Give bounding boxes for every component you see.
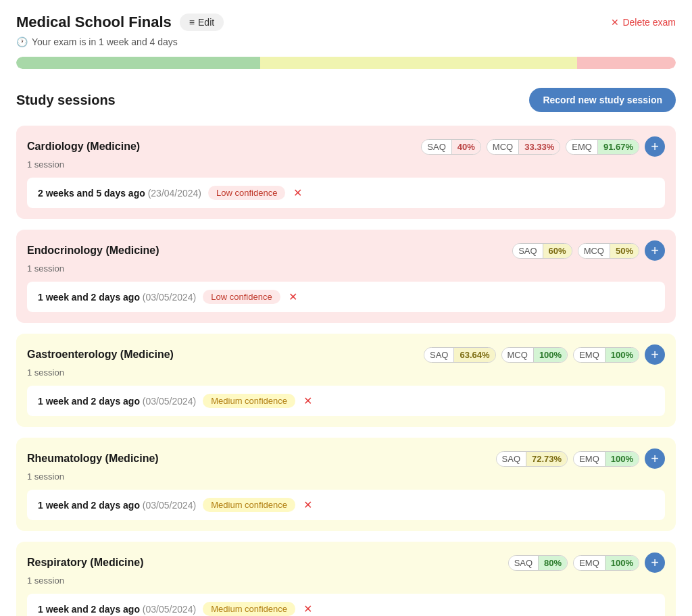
progress-pink (577, 57, 676, 69)
edit-button[interactable]: ≡ Edit (180, 14, 224, 31)
badge-label-0-2: EMQ (566, 140, 597, 154)
session-date-1-0: 1 week and 2 days ago (03/05/2024) (38, 292, 196, 303)
add-session-button-1[interactable]: + (645, 240, 665, 261)
sessions-title: Study sessions (16, 93, 116, 108)
remove-session-button-4-0[interactable]: ✕ (303, 602, 312, 615)
record-session-button[interactable]: Record new study session (529, 88, 676, 112)
session-date-parens-1-0: (03/05/2024) (143, 292, 196, 303)
sessions-header: Study sessions Record new study session (16, 88, 676, 112)
confidence-badge-4-0: Medium confidence (203, 602, 295, 616)
delete-icon: ✕ (611, 17, 619, 28)
badge-value-2-2: 100% (605, 348, 639, 362)
clock-icon: 🕐 (16, 36, 28, 47)
badge-value-2-1: 100% (533, 348, 567, 362)
badge-label-3-1: EMQ (574, 452, 605, 466)
score-badges-3: SAQ72.73%EMQ100%+ (496, 448, 665, 469)
subjects-container: Cardiology (Medicine)SAQ40%MCQ33.33%EMQ9… (16, 126, 676, 616)
subject-name-4: Respiratory (Medicine) (27, 557, 143, 569)
subject-sessions-count-3: 1 session (27, 471, 665, 482)
score-badge-2-0: SAQ63.64% (424, 347, 496, 363)
score-badges-4: SAQ80%EMQ100%+ (508, 553, 665, 573)
subject-sessions-count-2: 1 session (27, 367, 665, 378)
badge-label-4-0: SAQ (509, 556, 538, 570)
remove-session-button-0-0[interactable]: ✕ (293, 186, 302, 199)
subject-card-4: Respiratory (Medicine)SAQ80%EMQ100%+1 se… (16, 542, 676, 616)
delete-exam-button[interactable]: ✕ Delete exam (611, 17, 676, 28)
badge-value-4-0: 80% (538, 556, 567, 570)
badge-value-0-2: 91.67% (597, 140, 639, 154)
add-session-button-0[interactable]: + (645, 136, 665, 157)
page-header: Medical School Finals ≡ Edit ✕ Delete ex… (16, 14, 676, 31)
session-date-parens-4-0: (03/05/2024) (143, 604, 196, 615)
score-badges-2: SAQ63.64%MCQ100%EMQ100%+ (424, 344, 665, 365)
session-date-parens-2-0: (03/05/2024) (143, 396, 196, 407)
badge-label-2-0: SAQ (424, 348, 453, 362)
subject-card-2: Gastroenterology (Medicine)SAQ63.64%MCQ1… (16, 334, 676, 427)
score-badge-1-0: SAQ60% (512, 243, 572, 259)
badge-label-1-0: SAQ (513, 244, 542, 258)
badge-value-2-0: 63.64% (453, 348, 495, 362)
session-date-0-0: 2 weeks and 5 days ago (23/04/2024) (38, 188, 201, 199)
subject-card-0: Cardiology (Medicine)SAQ40%MCQ33.33%EMQ9… (16, 126, 676, 219)
session-date-parens-0-0: (23/04/2024) (148, 188, 201, 199)
session-date-4-0: 1 week and 2 days ago (03/05/2024) (38, 604, 196, 615)
session-entry-3-0: 1 week and 2 days ago (03/05/2024)Medium… (27, 490, 665, 520)
session-date-3-0: 1 week and 2 days ago (03/05/2024) (38, 500, 196, 511)
subject-name-0: Cardiology (Medicine) (27, 140, 140, 153)
score-badges-0: SAQ40%MCQ33.33%EMQ91.67%+ (421, 136, 665, 157)
badge-label-4-1: EMQ (574, 556, 605, 570)
subject-sessions-count-4: 1 session (27, 575, 665, 586)
score-badge-0-1: MCQ33.33% (487, 139, 560, 155)
confidence-badge-2-0: Medium confidence (203, 394, 295, 408)
session-date-2-0: 1 week and 2 days ago (03/05/2024) (38, 396, 196, 407)
subject-sessions-count-1: 1 session (27, 263, 665, 274)
badge-label-0-0: SAQ (422, 140, 451, 154)
subject-header-3: Rheumatology (Medicine)SAQ72.73%EMQ100%+ (27, 448, 665, 469)
score-badge-0-2: EMQ91.67% (566, 139, 639, 155)
badge-label-2-1: MCQ (502, 348, 533, 362)
score-badge-4-0: SAQ80% (508, 555, 568, 571)
progress-yellow (260, 57, 576, 69)
badge-label-1-1: MCQ (578, 244, 610, 258)
score-badge-2-2: EMQ100% (573, 347, 639, 363)
header-left: Medical School Finals ≡ Edit (16, 14, 224, 31)
subject-name-2: Gastroenterology (Medicine) (27, 349, 174, 361)
progress-green (16, 57, 260, 69)
remove-session-button-1-0[interactable]: ✕ (289, 290, 297, 303)
badge-value-3-1: 100% (605, 452, 639, 466)
subject-header-4: Respiratory (Medicine)SAQ80%EMQ100%+ (27, 553, 665, 573)
remove-session-button-3-0[interactable]: ✕ (303, 498, 312, 511)
remove-session-button-2-0[interactable]: ✕ (303, 394, 312, 407)
badge-value-3-0: 72.73% (526, 452, 567, 466)
subject-header-2: Gastroenterology (Medicine)SAQ63.64%MCQ1… (27, 344, 665, 365)
score-badges-1: SAQ60%MCQ50%+ (512, 240, 665, 261)
score-badge-0-0: SAQ40% (421, 139, 481, 155)
subject-sessions-count-0: 1 session (27, 159, 665, 170)
subject-name-1: Endocrinology (Medicine) (27, 245, 159, 257)
subject-header-1: Endocrinology (Medicine)SAQ60%MCQ50%+ (27, 240, 665, 261)
badge-value-1-1: 50% (610, 244, 639, 258)
subject-header-0: Cardiology (Medicine)SAQ40%MCQ33.33%EMQ9… (27, 136, 665, 157)
confidence-badge-0-0: Low confidence (208, 186, 285, 200)
progress-bar (16, 57, 676, 69)
exam-countdown: 🕐 Your exam is in 1 week and 4 days (16, 36, 676, 47)
score-badge-1-1: MCQ50% (578, 243, 639, 259)
badge-value-4-1: 100% (605, 556, 639, 570)
add-session-button-2[interactable]: + (645, 344, 665, 365)
session-date-parens-3-0: (03/05/2024) (143, 500, 196, 511)
add-session-button-3[interactable]: + (645, 448, 665, 469)
badge-label-2-2: EMQ (574, 348, 605, 362)
session-entry-0-0: 2 weeks and 5 days ago (23/04/2024)Low c… (27, 178, 665, 208)
session-entry-1-0: 1 week and 2 days ago (03/05/2024)Low co… (27, 282, 665, 312)
confidence-badge-1-0: Low confidence (203, 290, 280, 304)
edit-icon: ≡ (189, 17, 195, 28)
subject-card-3: Rheumatology (Medicine)SAQ72.73%EMQ100%+… (16, 438, 676, 531)
score-badge-3-1: EMQ100% (573, 451, 639, 467)
badge-value-0-0: 40% (451, 140, 480, 154)
add-session-button-4[interactable]: + (645, 553, 665, 573)
badge-label-3-0: SAQ (497, 452, 526, 466)
badge-value-1-0: 60% (543, 244, 572, 258)
page-title: Medical School Finals (16, 14, 172, 31)
session-entry-4-0: 1 week and 2 days ago (03/05/2024)Medium… (27, 594, 665, 616)
score-badge-2-1: MCQ100% (501, 347, 568, 363)
